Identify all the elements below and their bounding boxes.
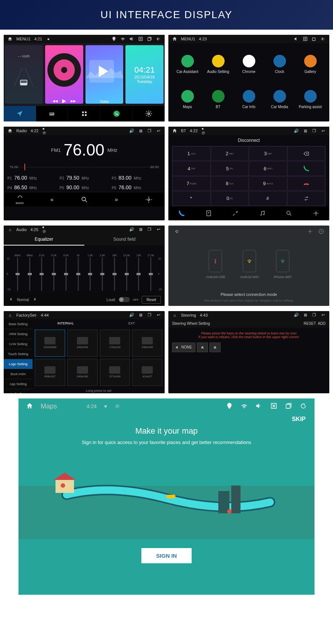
close-icon[interactable] xyxy=(303,36,308,41)
logo-cell[interactable]: 458x167 xyxy=(35,359,65,386)
conn-back-icon[interactable] xyxy=(174,228,179,236)
dock-radio[interactable] xyxy=(36,106,68,121)
key-*[interactable]: * xyxy=(172,191,211,206)
app-bt[interactable]: BT xyxy=(203,82,233,117)
call-key[interactable] xyxy=(287,161,326,176)
search-icon[interactable] xyxy=(68,192,100,207)
fac-side-base-setting[interactable]: Base Setting xyxy=(4,319,33,329)
bt-settings-icon[interactable] xyxy=(303,206,330,220)
back-icon[interactable] xyxy=(320,36,326,41)
key-1[interactable]: 1GLD xyxy=(172,146,211,161)
recent-icon[interactable]: ❐ xyxy=(147,128,152,133)
key-2[interactable]: 2ABC xyxy=(211,146,249,161)
logo-cell[interactable]: 414x27 xyxy=(132,359,162,386)
conn-android-wifi[interactable]: Android WiFi xyxy=(240,250,259,279)
preset-P3[interactable]: P383.00MHz xyxy=(112,173,161,182)
preset-P2[interactable]: P279.50MHz xyxy=(60,173,109,182)
fac-side-arm-setting[interactable]: ARM Setting xyxy=(4,329,33,339)
band-button[interactable]: BAND xyxy=(4,192,36,207)
conn-help-icon[interactable]: ? xyxy=(318,228,324,236)
steer-reset-button[interactable]: RESET xyxy=(304,321,316,326)
close-icon[interactable]: ⊠ xyxy=(138,128,143,133)
bt-music-icon[interactable] xyxy=(249,206,276,220)
bt-search-icon[interactable] xyxy=(276,206,303,220)
eq-slider-1.5K[interactable]: 1.5K xyxy=(85,254,96,291)
home-icon[interactable] xyxy=(172,36,177,41)
close-icon[interactable] xyxy=(138,36,143,41)
tab-soundfield[interactable]: Sound field xyxy=(84,234,165,246)
fac-side-can-setting[interactable]: CAN Setting xyxy=(4,339,33,349)
key-0[interactable]: 0(P) xyxy=(211,191,249,206)
radio-dial[interactable]: 76.00 90.00 xyxy=(10,163,159,171)
eq-loud-toggle[interactable] xyxy=(119,297,130,302)
conn-iphone-wifi[interactable]: iPhone WiFi xyxy=(274,250,292,279)
app-maps[interactable]: Maps xyxy=(172,82,203,117)
logo-cell[interactable]: 240x240 xyxy=(67,359,98,386)
eq-slider-2.5K[interactable]: 2.5K xyxy=(97,254,108,291)
app-gallery[interactable]: Gallery xyxy=(295,47,326,82)
tab-ext[interactable]: EXT xyxy=(99,319,165,327)
next-icon[interactable]: ▸▸ xyxy=(71,98,76,104)
key-7[interactable]: 7PQRS xyxy=(172,176,211,191)
eq-slider-60Hz[interactable]: 60Hz xyxy=(12,254,23,291)
home-icon[interactable]: ⌂ xyxy=(7,313,13,318)
logo-cell[interactable]: 1024x600 xyxy=(35,330,65,357)
logo-cell[interactable]: 240x240 xyxy=(67,330,98,357)
eq-slider-0.5K[interactable]: 0.5K xyxy=(60,254,72,291)
home-icon[interactable] xyxy=(26,402,33,411)
key-6[interactable]: 6MNO xyxy=(249,161,287,176)
seek-prev-icon[interactable]: « xyxy=(36,192,68,207)
volume-icon[interactable]: 🔊 xyxy=(129,128,134,133)
end-call-key[interactable] xyxy=(287,176,326,191)
home-icon[interactable] xyxy=(7,36,13,41)
volume-icon[interactable] xyxy=(129,36,134,41)
home-icon[interactable] xyxy=(7,128,13,133)
settings-icon[interactable] xyxy=(132,192,165,207)
swap-key[interactable] xyxy=(287,191,326,206)
eq-slider-80Hz[interactable]: 80Hz xyxy=(24,254,36,291)
bt-phone-icon[interactable] xyxy=(168,206,195,220)
app-car-media[interactable]: Car Media xyxy=(264,82,295,117)
music-card[interactable]: ◂◂ ▶ ▸▸ xyxy=(45,45,83,104)
fac-side-audio-gain-setting[interactable]: Audio Gain Setting xyxy=(4,389,33,393)
back-icon[interactable] xyxy=(300,402,307,411)
backspace-key[interactable] xyxy=(287,146,326,161)
dock-nav[interactable] xyxy=(4,106,36,121)
eq-slider-0.1K[interactable]: 0.1K xyxy=(36,254,48,291)
volume-icon[interactable]: 🔊 xyxy=(294,128,299,133)
logo-cell[interactable]: 240x240 xyxy=(132,330,162,357)
home-icon[interactable] xyxy=(172,128,177,133)
tab-internal[interactable]: INTERNAL xyxy=(33,319,99,327)
eq-slider-1K[interactable]: 1K xyxy=(73,254,84,291)
fac-side-boot-anim[interactable]: Boot Anim xyxy=(4,369,33,379)
steer-add-button[interactable]: ADD xyxy=(318,321,326,326)
eq-prev-icon[interactable] xyxy=(7,296,14,303)
seek-next-icon[interactable]: » xyxy=(100,192,132,207)
eq-slider-12.5K[interactable]: 12.5K xyxy=(121,254,132,291)
conn-settings-icon[interactable] xyxy=(307,228,313,236)
prev-icon[interactable]: ◂◂ xyxy=(53,98,58,104)
video-card[interactable]: Video xyxy=(85,45,124,104)
preset-P1[interactable]: P176.00MHz xyxy=(7,173,57,182)
preset-P4[interactable]: P486.50MHz xyxy=(7,183,57,192)
app-car-info[interactable]: Car Info xyxy=(233,82,264,117)
back-icon[interactable] xyxy=(156,36,161,41)
bt-dialpad-icon[interactable] xyxy=(222,206,249,220)
back-icon[interactable]: ↩ xyxy=(156,128,161,133)
eq-slider-10K[interactable]: 10K xyxy=(109,254,120,291)
key-#[interactable]: # xyxy=(249,191,287,206)
volume-icon[interactable] xyxy=(294,36,299,41)
key-4[interactable]: 4GHI xyxy=(172,161,211,176)
eq-reset-button[interactable]: Reset xyxy=(142,296,161,304)
dock-settings[interactable] xyxy=(133,106,165,121)
logo-cell[interactable]: 377x240 xyxy=(100,359,130,386)
key-8[interactable]: 8TUV xyxy=(211,176,249,191)
back-icon[interactable]: ↩ xyxy=(320,128,326,133)
bt-contacts-icon[interactable] xyxy=(195,206,222,220)
app-chrome[interactable]: Chrome xyxy=(233,47,264,82)
eq-slider-15K[interactable]: 15K xyxy=(133,254,144,291)
home-icon[interactable]: ⌂ xyxy=(172,313,177,318)
fac-side-app-setting[interactable]: App Setting xyxy=(4,379,33,389)
preset-P5[interactable]: P590.00MHz xyxy=(60,183,109,192)
recent-icon[interactable] xyxy=(285,402,292,411)
